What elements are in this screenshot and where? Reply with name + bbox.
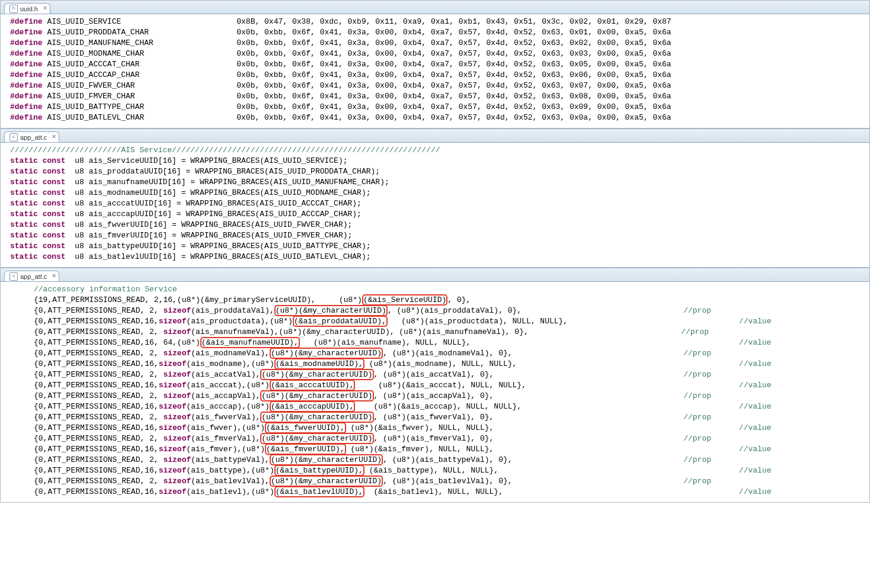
code-area-1[interactable]: #define AIS_UUID_SERVICE 0x8B, 0x47, 0x3…	[1, 14, 869, 128]
tab-label: app_att.c	[20, 273, 47, 280]
c-file-icon: c	[9, 133, 18, 142]
tab-uuid-h[interactable]: h uuid.h ✕	[4, 3, 50, 14]
tab-label: app_att.c	[20, 134, 47, 141]
close-icon[interactable]: ✕	[52, 272, 56, 279]
close-icon[interactable]: ✕	[43, 5, 47, 11]
code-area-2[interactable]: ////////////////////////AIS Service/////…	[1, 143, 869, 267]
code-area-3[interactable]: //accessory information Service {19,ATT_…	[1, 282, 869, 502]
pane-app-att-2: c app_att.c ✕ //accessory information Se…	[0, 268, 870, 503]
tabbar-2: c app_att.c ✕	[1, 129, 869, 143]
c-file-icon: c	[9, 272, 18, 281]
pane-app-att-1: c app_att.c ✕ ////////////////////////AI…	[0, 128, 870, 268]
pane-uuid-h: h uuid.h ✕ #define AIS_UUID_SERVICE 0x8B…	[0, 0, 870, 128]
tab-label: uuid.h	[20, 5, 38, 12]
close-icon[interactable]: ✕	[52, 133, 56, 140]
tabbar-1: h uuid.h ✕	[1, 1, 869, 14]
tab-app-att-1[interactable]: c app_att.c ✕	[4, 131, 59, 142]
header-file-icon: h	[9, 5, 18, 13]
tabbar-3: c app_att.c ✕	[1, 268, 869, 282]
tab-app-att-2[interactable]: c app_att.c ✕	[4, 271, 59, 281]
